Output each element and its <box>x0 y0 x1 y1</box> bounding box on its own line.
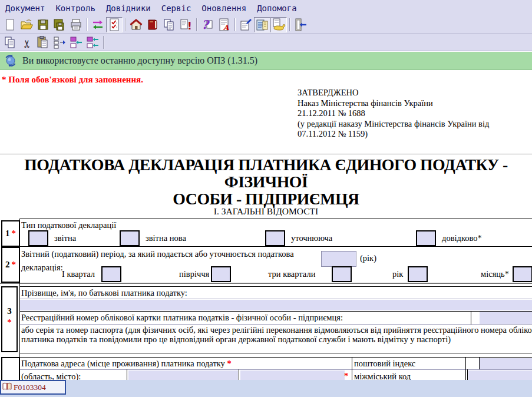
save-icon <box>36 18 50 32</box>
document-sign-icon <box>272 18 286 32</box>
row1-number: 1 <box>5 229 10 239</box>
table-border-horizontal <box>19 369 532 370</box>
save-button[interactable] <box>35 17 51 32</box>
save-all-button[interactable] <box>51 17 68 32</box>
toolbar-separator <box>234 18 235 31</box>
menu-control[interactable]: Контроль <box>50 2 100 15</box>
section-title: І. ЗАГАЛЬНІ ВІДОМОСТІ <box>0 206 532 217</box>
period-checkbox-three-quarters[interactable] <box>332 266 352 282</box>
period-label-line2: декларація: <box>21 263 63 273</box>
table-border-horizontal <box>19 324 532 325</box>
copy-button[interactable] <box>2 35 18 50</box>
row2-number-box: 2 * <box>1 247 20 283</box>
menu-bar: ДокументКонтрольДовідникиСервісОновлення… <box>0 0 532 16</box>
document-properties-button[interactable] <box>237 17 254 32</box>
home-icon <box>129 18 143 32</box>
taxpayer-name-input[interactable] <box>20 300 532 310</box>
passport-note: або серія та номер паспорта (для фізични… <box>21 325 532 345</box>
declaration-type-checkbox-reference[interactable] <box>416 230 436 246</box>
table-border-vertical <box>239 369 239 380</box>
table-border-horizontal <box>19 357 532 358</box>
city-input[interactable] <box>240 370 345 380</box>
toolbar-main: !?A <box>0 16 532 34</box>
svg-text:A: A <box>223 24 229 32</box>
citycode-input[interactable] <box>468 370 532 380</box>
version-notification-text: Ви використовуєте останню доступну версі… <box>22 55 257 66</box>
document-title-line1: ПОДАТКОВА ДЕКЛАРАЦІЯ ПЛАТНИКА ЄДИНОГО ПО… <box>0 157 532 191</box>
form-code-tab[interactable]: F0103304 <box>0 380 66 395</box>
help-search-button[interactable]: ? <box>199 17 216 32</box>
declaration-type-option-label: уточнююча <box>291 233 332 243</box>
period-option-label: І квартал <box>62 269 95 279</box>
period-option-label: рік <box>392 269 403 279</box>
period-checkbox-half-year[interactable] <box>211 266 231 282</box>
row2-required-star: * <box>12 260 16 270</box>
row2-number: 2 <box>5 260 10 270</box>
exchange-button[interactable] <box>90 17 106 32</box>
table-border-vertical <box>465 357 466 380</box>
period-checkbox-year[interactable] <box>408 266 428 282</box>
approval-line: ЗАТВЕРДЖЕНО <box>298 88 489 98</box>
svg-text:✂: ✂ <box>21 39 33 48</box>
insert-row-button[interactable] <box>68 35 84 50</box>
save-all-icon <box>52 18 67 32</box>
table-border-vertical <box>19 219 20 380</box>
postal-index-input[interactable] <box>480 358 532 369</box>
table-border-horizontal <box>19 299 532 299</box>
menu-updates[interactable]: Оновлення <box>196 2 252 15</box>
required-fields-note: * Поля обов'язкові для заповнення. <box>2 75 143 85</box>
declaration-type-option-label: звітна <box>54 233 76 243</box>
period-option-label: три квартали <box>268 269 315 279</box>
regnum-input[interactable] <box>480 312 532 324</box>
table-border-horizontal <box>19 286 532 287</box>
period-checkbox-month[interactable] <box>513 266 532 282</box>
home-button[interactable] <box>128 17 144 32</box>
paste-icon <box>36 35 50 49</box>
new-document-button[interactable] <box>2 17 18 32</box>
exit-button[interactable] <box>292 17 309 32</box>
document-title: ПОДАТКОВА ДЕКЛАРАЦІЯ ПЛАТНИКА ЄДИНОГО ПО… <box>0 157 532 208</box>
check-document-button[interactable] <box>106 17 123 32</box>
document-sign-button[interactable] <box>270 17 287 32</box>
cut-button[interactable]: ✂ <box>18 35 35 50</box>
address-required-star: * <box>227 359 231 368</box>
menu-help[interactable]: Допомога <box>252 2 302 15</box>
open-file-icon <box>19 18 34 32</box>
region-input[interactable] <box>128 370 238 380</box>
menu-document[interactable]: Документ <box>0 2 50 15</box>
exit-icon <box>293 18 308 32</box>
handbook-button[interactable] <box>144 17 161 32</box>
table-border-vertical <box>127 369 127 380</box>
help-search-icon: ? <box>200 18 214 32</box>
svg-text:!: ! <box>187 20 192 32</box>
row1-number-box: 1 * <box>1 220 20 247</box>
table-border-horizontal <box>19 353 532 353</box>
new-document-icon <box>3 18 17 32</box>
address-label-text: Податкова адреса (місце проживання) плат… <box>21 359 225 368</box>
year-input[interactable] <box>321 251 356 267</box>
print-icon <box>69 18 83 32</box>
table-border-vertical <box>471 311 471 325</box>
document-edit-icon: A <box>217 18 231 32</box>
declaration-type-checkbox-clarifying[interactable] <box>265 230 285 246</box>
export-structure-button[interactable] <box>51 35 68 50</box>
insert-column-button[interactable] <box>84 35 101 50</box>
period-checkbox-q1[interactable] <box>101 266 121 282</box>
document-alert-button[interactable]: ! <box>177 17 194 32</box>
insert-column-icon <box>85 35 100 49</box>
year-suffix-label: (рік) <box>360 253 376 263</box>
menu-service[interactable]: Сервіс <box>156 2 197 15</box>
open-file-button[interactable] <box>18 17 35 32</box>
print-button[interactable] <box>68 17 84 32</box>
copy-documents-button[interactable] <box>161 17 177 32</box>
table-border-horizontal <box>19 219 532 219</box>
declaration-type-checkbox-reporting[interactable] <box>28 230 48 246</box>
document-preview-icon <box>255 18 269 32</box>
document-preview-button[interactable] <box>254 17 270 32</box>
paste-button[interactable] <box>35 35 51 50</box>
toolbar-separator <box>87 18 87 31</box>
declaration-type-checkbox-reporting-new[interactable] <box>120 230 140 246</box>
document-properties-icon <box>239 18 253 32</box>
document-edit-button[interactable]: A <box>216 17 232 32</box>
menu-references[interactable]: Довідники <box>101 2 156 15</box>
